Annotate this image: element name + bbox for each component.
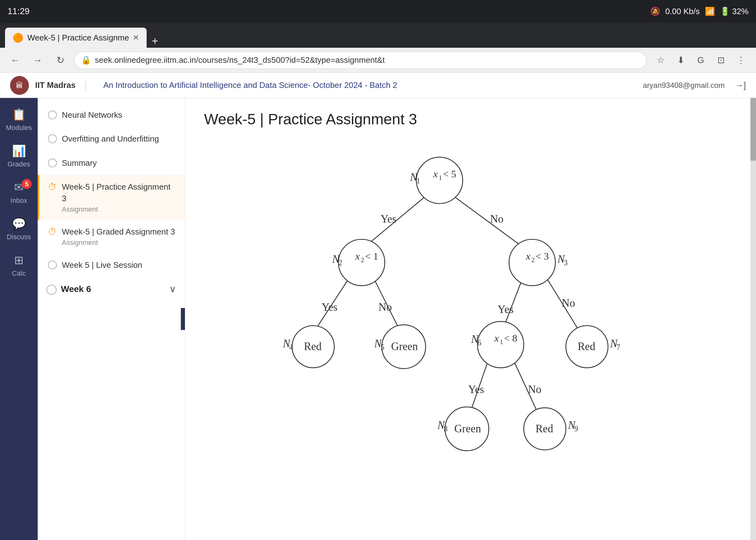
svg-text:x: x	[433, 168, 438, 180]
user-email: aryan93408@gmail.com	[643, 81, 725, 90]
nav-icon-practice: ⏱	[48, 182, 57, 192]
week6-label: Week 6	[61, 284, 91, 294]
sidebar-item-grades[interactable]: 📊 Grades	[2, 139, 36, 173]
svg-text:Yes: Yes	[321, 301, 337, 313]
nav-item-practice-assignment[interactable]: ⏱ Week-5 | Practice Assignment 3 Assignm…	[38, 175, 185, 220]
svg-text:7: 7	[616, 343, 620, 351]
calc-label: Calc	[12, 269, 26, 278]
nav-icon-graded: ⏱	[48, 227, 57, 237]
nav-item-live-session[interactable]: Week 5 | Live Session	[38, 253, 185, 277]
bookmark-button[interactable]: ☆	[652, 52, 669, 69]
sidebar-item-modules[interactable]: 📋 Modules	[2, 103, 36, 137]
svg-text:No: No	[490, 213, 504, 225]
nav-dot-summary	[48, 159, 57, 167]
tree-svg: Yes No Yes No Yes No Yes No x 1 < 5 N 1 …	[204, 140, 675, 486]
nav-text-live: Week 5 | Live Session	[62, 259, 142, 271]
svg-text:Yes: Yes	[498, 303, 514, 316]
inbox-label: Inbox	[10, 197, 27, 205]
nav-text-overfitting: Overfitting and Underfitting	[62, 133, 159, 144]
browser-status: 🔕 0.00 Kb/s 📶 🔋 32%	[650, 7, 748, 16]
nav-subtext-practice: Assignment	[62, 205, 176, 213]
nav-subtext-graded: Assignment	[62, 239, 175, 247]
svg-line-7	[511, 355, 536, 410]
nav-text-practice: Week-5 | Practice Assignment 3	[62, 181, 176, 204]
nav-dot-neural	[48, 110, 57, 119]
svg-text:< 1: < 1	[365, 250, 378, 262]
svg-text:2: 2	[531, 256, 535, 264]
svg-text:Red: Red	[578, 340, 595, 352]
svg-text:< 5: < 5	[443, 168, 456, 180]
grades-icon: 📊	[12, 144, 26, 158]
nav-week6-header[interactable]: Week 6 ∨	[38, 277, 185, 301]
translate-button[interactable]: G	[692, 52, 709, 69]
back-button[interactable]: ←	[6, 52, 24, 69]
nav-dot-week6	[47, 285, 57, 295]
nav-item-neural-networks[interactable]: Neural Networks	[38, 103, 185, 127]
omnibar-actions: ☆ ⬇ G ⊡ ⋮	[652, 52, 750, 69]
svg-text:Yes: Yes	[468, 383, 484, 396]
main-content: Week-5 | Practice Assignment 3	[185, 98, 750, 540]
tab-close-button[interactable]: ✕	[133, 33, 139, 42]
nav-text-graded: Week-5 | Graded Assignment 3	[62, 226, 175, 237]
nav-sidebar: Neural Networks Overfitting and Underfit…	[38, 98, 185, 540]
svg-text:Green: Green	[454, 423, 481, 435]
browser-tabbar: 🟠 Week-5 | Practice Assignme ✕ +	[0, 23, 756, 48]
browser-omnibar: ← → ↻ 🔒 seek.onlinedegree.iitm.ac.in/cou…	[0, 48, 756, 73]
svg-text:4: 4	[289, 343, 293, 351]
grades-label: Grades	[8, 160, 30, 168]
logout-icon[interactable]: →]	[735, 80, 746, 90]
svg-text:x: x	[526, 250, 531, 262]
svg-text:Green: Green	[391, 340, 418, 352]
svg-text:Yes: Yes	[381, 213, 397, 225]
nav-item-overfitting[interactable]: Overfitting and Underfitting	[38, 127, 185, 151]
iit-logo: 🏛	[10, 76, 29, 95]
url-lock-icon: 🔒	[81, 55, 91, 65]
app-body: 📋 Modules 📊 Grades 5 ✉ Inbox 💬 Discuss ⊞…	[0, 98, 756, 540]
iit-name: IIT Madras	[35, 80, 76, 90]
tab-favicon: 🟠	[13, 33, 24, 43]
svg-text:5: 5	[381, 343, 384, 351]
url-bar[interactable]: 🔒 seek.onlinedegree.iitm.ac.in/courses/n…	[74, 52, 647, 69]
url-text: seek.onlinedegree.iitm.ac.in/courses/ns_…	[95, 55, 640, 65]
forward-button[interactable]: →	[29, 52, 47, 69]
sidebar-item-inbox[interactable]: 5 ✉ Inbox	[2, 176, 36, 210]
modules-label: Modules	[6, 124, 32, 132]
nav-text-summary: Summary	[62, 157, 97, 169]
reload-button[interactable]: ↻	[52, 52, 69, 69]
sidebar-item-calc[interactable]: ⊞ Calc	[2, 249, 36, 283]
svg-line-1	[452, 195, 524, 248]
new-tab-button[interactable]: +	[147, 35, 163, 48]
icon-sidebar: 📋 Modules 📊 Grades 5 ✉ Inbox 💬 Discuss ⊞…	[0, 98, 38, 540]
course-title: An Introduction to Artificial Intelligen…	[103, 80, 398, 90]
svg-text:9: 9	[574, 425, 578, 433]
svg-text:3: 3	[564, 258, 567, 267]
svg-text:No: No	[378, 301, 392, 313]
main-scrollbar[interactable]	[750, 98, 756, 540]
svg-text:1: 1	[500, 338, 503, 346]
svg-text:< 8: < 8	[504, 333, 517, 344]
menu-button[interactable]: ⋮	[732, 52, 750, 69]
svg-text:2: 2	[361, 256, 364, 264]
tab-title: Week-5 | Practice Assignme	[27, 33, 129, 43]
svg-text:x: x	[355, 250, 360, 262]
sidebar-toggle-button[interactable]: ‹	[181, 308, 185, 330]
decision-tree: Yes No Yes No Yes No Yes No x 1 < 5 N 1 …	[204, 140, 731, 487]
browser-titlebar: 11:29 🔕 0.00 Kb/s 📶 🔋 32%	[0, 0, 756, 23]
week6-collapse-icon[interactable]: ∨	[169, 284, 176, 295]
svg-text:x: x	[494, 333, 499, 344]
active-tab[interactable]: 🟠 Week-5 | Practice Assignme ✕	[5, 28, 147, 48]
nav-dot-overfitting	[48, 134, 57, 143]
svg-text:Red: Red	[536, 423, 553, 435]
download-button[interactable]: ⬇	[672, 52, 690, 69]
discuss-icon: 💬	[12, 217, 26, 230]
svg-text:2: 2	[338, 258, 342, 267]
svg-text:8: 8	[443, 425, 447, 433]
nav-item-summary[interactable]: Summary	[38, 151, 185, 175]
page-title: Week-5 | Practice Assignment 3	[204, 110, 731, 128]
extension-button[interactable]: ⊡	[712, 52, 730, 69]
svg-text:No: No	[562, 297, 575, 309]
discuss-label: Discuss	[7, 233, 31, 241]
sidebar-item-discuss[interactable]: 💬 Discuss	[2, 212, 36, 246]
calc-icon: ⊞	[14, 254, 24, 267]
nav-item-graded-assignment[interactable]: ⏱ Week-5 | Graded Assignment 3 Assignmen…	[38, 220, 185, 253]
